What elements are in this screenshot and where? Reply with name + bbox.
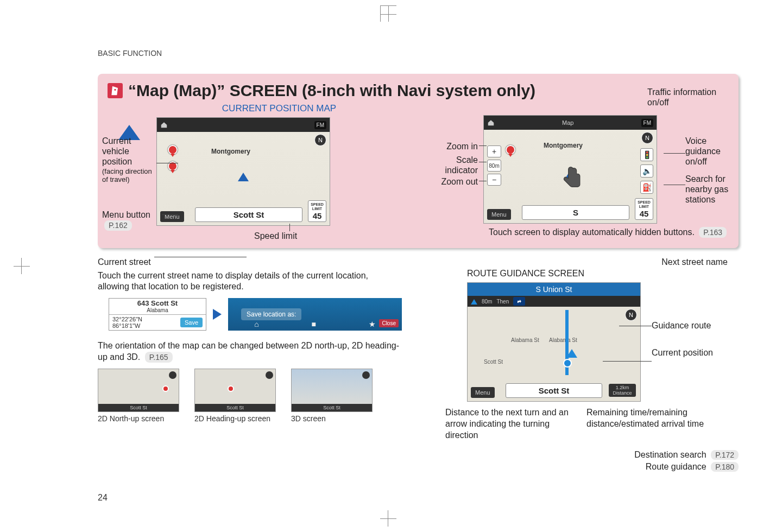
route-guidance-block: Next street name ROUTE GUIDANCE SCREEN S…: [434, 257, 739, 472]
touch-map-mock: Map FM N + 80m − 🚦 🔈 ⛽ Montg: [483, 115, 657, 224]
route-guidance-mock: S Union St 80m Then N Alabama St Alabama…: [467, 282, 641, 402]
address-text: 643 Scott St: [137, 299, 178, 307]
current-position-map-mock: FM N Montgomery Menu Scott St SPEED LIMI…: [156, 117, 330, 226]
fm-badge: FM: [641, 119, 653, 127]
touch-map-column: Traffic information on/off Map FM N + 80…: [434, 103, 729, 238]
home-icon[interactable]: ⌂: [254, 320, 258, 328]
map-icon: [108, 83, 123, 98]
scale-indicator: 80m: [487, 160, 501, 172]
current-position-column: CURRENT POSITION MAP FM N Montgomery Men…: [108, 103, 402, 238]
section-title: “Map (Map)” SCREEN (8-inch with Navi sys…: [128, 81, 535, 100]
fm-badge: FM: [314, 121, 326, 129]
page-ref: P.180: [711, 462, 739, 472]
home-icon: [487, 119, 495, 126]
callout-current-vehicle: Current vehicle position (facing directi…: [102, 136, 156, 184]
callout-menu-button: Menu button P.162: [102, 210, 150, 231]
gas-icon[interactable]: ⛽: [640, 181, 653, 194]
callout-remaining: Remaining time/remaining distance/estima…: [586, 407, 739, 441]
zoom-out-button[interactable]: −: [487, 174, 501, 186]
street-bar: Scott St: [506, 383, 602, 398]
location-coords-box: 643 Scott St Alabama 32°22'26"N 86°18'1"…: [109, 298, 206, 331]
north-compass-icon: N: [314, 134, 326, 146]
header-label: BASIC FUNCTION: [98, 49, 739, 58]
map-section-box: “Map (Map)” SCREEN (8-inch with Navi sys…: [98, 74, 739, 248]
page-ref: P.163: [699, 227, 727, 238]
callout-scale: Scale indicator: [434, 155, 478, 175]
orientation-thumbs: Scott St 2D North-up screen Scott St 2D …: [98, 369, 402, 423]
voice-icon[interactable]: 🔈: [640, 164, 653, 178]
callout-guidance-route: Guidance route: [652, 320, 717, 331]
zoom-controls: + 80m −: [487, 145, 501, 186]
remaining-box: 1.2kmDistance: [609, 384, 636, 397]
callout-voice: Voice guidance on/off: [685, 136, 740, 167]
save-button[interactable]: Save: [180, 318, 203, 327]
callout-speed-limit: Speed limit: [254, 231, 297, 241]
close-button[interactable]: Close: [379, 319, 399, 327]
favorite-icon[interactable]: ★: [369, 320, 376, 328]
route-guidance-row: Route guidance P.180: [434, 462, 739, 472]
current-street-explain: Touch the current street name to display…: [98, 270, 402, 293]
current-street-bar[interactable]: S: [522, 205, 629, 220]
save-location-as-label: Save location as:: [241, 308, 301, 320]
page-ref: P.162: [104, 220, 132, 231]
current-position-heading: CURRENT POSITION MAP: [156, 103, 402, 114]
page-number: 24: [98, 493, 108, 503]
current-street-detail-block: Current street Touch the current street …: [98, 257, 402, 472]
north-up-thumb: Scott St: [98, 369, 179, 412]
page-ref: P.172: [711, 450, 739, 460]
menu-button[interactable]: Menu: [471, 387, 495, 398]
current-position-dot: [563, 359, 572, 368]
destination-search-row: Destination search P.172: [434, 450, 739, 460]
heading-up-thumb: Scott St: [194, 369, 276, 412]
save-location-panel: Save location as: ⌂ ■ ★ Close: [228, 298, 402, 331]
vehicle-arrow-icon: [238, 173, 249, 181]
coords-text: 32°22'26"N 86°18'1"W: [112, 316, 142, 329]
touch-note: Touch screen to display automatically hi…: [489, 227, 729, 238]
vehicle-arrow-icon: [566, 349, 577, 358]
city-label: Montgomery: [211, 148, 250, 155]
map-pin-icon: [506, 145, 515, 155]
map-pin-icon: [168, 145, 178, 155]
speed-limit-sign: SPEED LIMIT 45: [308, 200, 326, 222]
callout-gas: Search for nearby gas stations: [685, 174, 740, 205]
current-street-bar[interactable]: Scott St: [195, 207, 302, 222]
touch-hand-icon: [559, 163, 586, 193]
orientation-text: The orientation of the map can be change…: [98, 340, 402, 363]
city-label: Montgomery: [544, 142, 583, 149]
work-icon[interactable]: ■: [312, 320, 316, 328]
home-icon: [160, 121, 168, 129]
zoom-in-button[interactable]: +: [487, 145, 501, 157]
menu-button[interactable]: Menu: [487, 209, 511, 220]
location-detail-row: 643 Scott St Alabama 32°22'26"N 86°18'1"…: [109, 298, 402, 331]
traffic-icon[interactable]: 🚦: [640, 148, 653, 161]
next-street-bar: S Union St: [468, 283, 640, 296]
speed-limit-sign: SPEED LIMIT 45: [635, 198, 653, 220]
compass-small-icon: [471, 298, 477, 305]
callout-zoom-in: Zoom in: [434, 141, 478, 151]
callout-zoom-out: Zoom out: [434, 176, 478, 187]
route-guidance-heading: ROUTE GUIDANCE SCREEN: [467, 268, 739, 280]
page-ref: P.165: [145, 352, 173, 363]
three-d-thumb: Scott St: [291, 369, 373, 412]
heading-up-caption: 2D Heading-up screen: [194, 414, 276, 423]
callout-traffic: Traffic information on/off: [647, 87, 734, 107]
callout-next-street: Next street name: [434, 257, 728, 268]
north-compass-icon: N: [641, 132, 653, 144]
state-text: Alabama: [147, 307, 168, 313]
north-up-caption: 2D North-up screen: [98, 414, 179, 423]
arrow-right-icon: [213, 309, 222, 320]
turn-arrow-icon: [513, 297, 525, 306]
callout-current-street: Current street: [98, 257, 402, 268]
north-compass-icon: N: [625, 309, 637, 321]
callout-current-position: Current position: [652, 347, 717, 358]
callout-distance: Distance to the next turn and an arrow i…: [445, 407, 576, 441]
three-d-caption: 3D screen: [291, 414, 373, 423]
menu-button[interactable]: Menu: [160, 211, 184, 222]
svg-point-0: [114, 89, 116, 91]
